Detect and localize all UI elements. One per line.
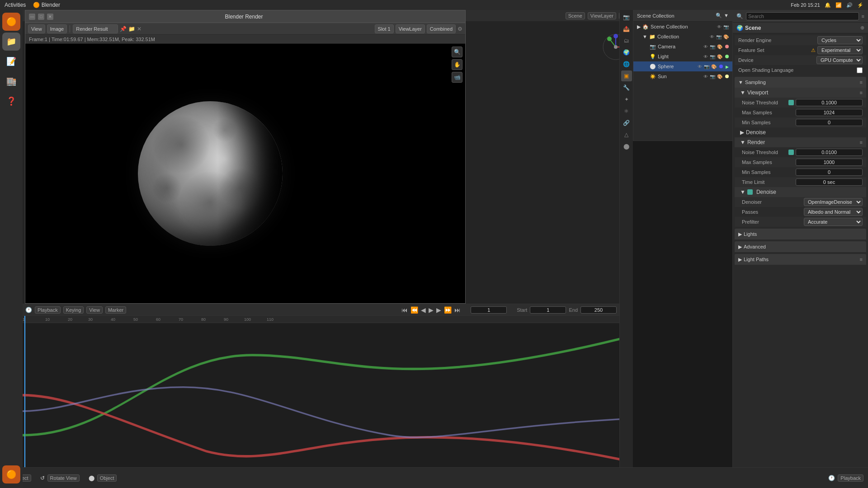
sphere-eye-icon[interactable]: 👁 bbox=[698, 64, 702, 69]
scene-new-icon[interactable]: ⊕ bbox=[860, 25, 864, 31]
sun-render-icon[interactable]: 🎨 bbox=[717, 74, 722, 79]
render-min-samples-input[interactable]: 0 bbox=[796, 169, 863, 176]
minimize-button[interactable]: — bbox=[29, 14, 35, 20]
object-props-icon[interactable]: ▣ bbox=[621, 70, 632, 81]
sampling-menu-icon[interactable]: ≡ bbox=[860, 80, 863, 85]
activities-label[interactable]: Activities bbox=[5, 2, 26, 8]
slot-selector[interactable]: Slot 1 bbox=[375, 24, 394, 33]
viewport-menu-icon[interactable]: ≡ bbox=[860, 90, 863, 95]
combined-selector[interactable]: Combined bbox=[427, 24, 456, 33]
view-menu-button[interactable]: View bbox=[28, 24, 45, 33]
open-shading-checkbox[interactable] bbox=[857, 67, 863, 73]
render-engine-dropdown[interactable]: Cycles EEVEE Workbench bbox=[817, 36, 863, 44]
world-props-icon[interactable]: 🌐 bbox=[621, 59, 632, 70]
power-icon[interactable]: ⚡ bbox=[857, 2, 863, 8]
camera-render-icon[interactable]: 🎨 bbox=[717, 44, 722, 49]
outliner-light[interactable]: 💡 Light 👁 📷 🎨 bbox=[633, 52, 732, 61]
output-props-icon[interactable]: 📤 bbox=[621, 23, 632, 34]
dock-blender2-icon[interactable]: 🟠 bbox=[2, 465, 20, 483]
time-limit-input[interactable]: 0 sec bbox=[796, 178, 863, 186]
denoiser-dropdown[interactable]: OpenImageDenoise OptiX bbox=[804, 198, 863, 206]
playback-btn[interactable]: Playback bbox=[35, 306, 61, 314]
alarm-icon[interactable]: 🔔 bbox=[825, 2, 831, 8]
props-collapse-icon[interactable]: ≡ bbox=[862, 14, 864, 19]
min-samples-input[interactable]: 0 bbox=[796, 119, 863, 126]
material-props-icon[interactable]: ⬤ bbox=[621, 141, 632, 152]
light-paths-header[interactable]: ▶ Light Paths ≡ bbox=[735, 254, 866, 265]
camera-tool-button[interactable]: 📹 bbox=[452, 72, 462, 83]
scene-collection-eye-icon[interactable]: 👁 bbox=[717, 24, 722, 29]
dock-help-icon[interactable]: ❓ bbox=[2, 92, 20, 110]
camera-cam-icon[interactable]: 📷 bbox=[710, 44, 715, 49]
outliner-collection[interactable]: ▼ 📁 Collection 👁 📷 🎨 bbox=[633, 32, 732, 42]
viewport-viewlayer-label[interactable]: ViewLayer bbox=[588, 12, 616, 19]
play-btn[interactable]: ▶ bbox=[429, 306, 434, 314]
jump-prev-btn[interactable]: ⏪ bbox=[410, 306, 418, 314]
dock-blender-icon[interactable]: 🟠 bbox=[2, 13, 20, 31]
image-menu-button[interactable]: Image bbox=[47, 24, 67, 33]
light-eye-icon[interactable]: 👁 bbox=[703, 54, 708, 59]
view-layer-props-icon[interactable]: 🗂 bbox=[621, 35, 632, 46]
passes-dropdown[interactable]: Albedo and Normal None bbox=[804, 208, 863, 216]
render-props-icon[interactable]: 📷 bbox=[621, 12, 632, 23]
dock-files-icon[interactable]: 📁 bbox=[2, 33, 20, 51]
prev-frame-btn[interactable]: ◀ bbox=[421, 306, 426, 314]
advanced-header[interactable]: ▶ Advanced bbox=[735, 241, 866, 252]
render-max-samples-input[interactable]: 1000 bbox=[796, 159, 863, 166]
light-cam-icon[interactable]: 📷 bbox=[710, 54, 715, 59]
sphere-cam-icon[interactable]: 📷 bbox=[704, 64, 709, 69]
view-layer-selector[interactable]: ViewLayer bbox=[396, 24, 425, 33]
jump-end-btn[interactable]: ⏭ bbox=[454, 306, 461, 314]
lights-header[interactable]: ▶ Lights bbox=[735, 229, 866, 239]
outliner-sun[interactable]: ☀️ Sun 👁 📷 🎨 bbox=[633, 71, 732, 81]
data-props-icon[interactable]: △ bbox=[621, 129, 632, 140]
camera-eye-icon[interactable]: 👁 bbox=[703, 44, 708, 49]
outliner-scene-collection[interactable]: ▶ 🏠 Scene Collection 👁 📷 bbox=[633, 22, 732, 32]
noise-threshold-checkbox[interactable] bbox=[788, 100, 794, 105]
outliner-camera[interactable]: 📷 Camera 👁 📷 🎨 bbox=[633, 42, 732, 52]
current-frame-input[interactable]: 1 bbox=[471, 306, 507, 314]
zoom-fit-button[interactable]: 🔍 bbox=[452, 47, 462, 57]
collection-cam-icon[interactable]: 📷 bbox=[716, 34, 722, 39]
sun-eye-icon[interactable]: 👁 bbox=[703, 74, 708, 79]
next-frame-btn[interactable]: ▶ bbox=[436, 306, 441, 314]
scene-collection-cam-icon[interactable]: 📷 bbox=[723, 24, 729, 29]
denoise-viewport-row[interactable]: ▶ Denoise bbox=[735, 127, 866, 137]
hand-tool-button[interactable]: ✋ bbox=[452, 59, 462, 70]
close-button[interactable]: ✕ bbox=[47, 14, 53, 20]
folder-icon[interactable]: 📁 bbox=[128, 26, 135, 32]
maximize-button[interactable]: □ bbox=[38, 14, 44, 20]
outliner-filter-icon[interactable]: ▼ bbox=[724, 13, 729, 19]
object-label[interactable]: Object bbox=[97, 474, 117, 482]
settings-icon[interactable]: ⚙ bbox=[458, 26, 462, 32]
sun-cam-icon[interactable]: 📷 bbox=[710, 74, 715, 79]
props-search-input[interactable] bbox=[746, 12, 859, 20]
pin-icon[interactable]: 📌 bbox=[120, 26, 127, 32]
viewport-row[interactable]: ▼ Viewport ≡ bbox=[735, 88, 866, 98]
keying-btn[interactable]: Keying bbox=[63, 306, 84, 314]
constraints-props-icon[interactable]: 🔗 bbox=[621, 117, 632, 128]
modifier-props-icon[interactable]: 🔧 bbox=[621, 82, 632, 93]
render-noise-threshold-checkbox[interactable] bbox=[788, 150, 794, 155]
device-dropdown[interactable]: GPU Compute CPU bbox=[816, 56, 863, 64]
particles-props-icon[interactable]: ✦ bbox=[621, 94, 632, 105]
start-frame-input[interactable]: 1 bbox=[530, 306, 566, 314]
outliner-search-icon[interactable]: 🔍 bbox=[716, 13, 722, 19]
prefilter-dropdown[interactable]: Accurate Fast None bbox=[804, 218, 863, 226]
close-icon[interactable]: ✕ bbox=[137, 26, 142, 32]
dock-notepad-icon[interactable]: 📝 bbox=[2, 52, 20, 70]
physics-props-icon[interactable]: ⚛ bbox=[621, 106, 632, 117]
render-sub-row[interactable]: ▼ Render ≡ bbox=[735, 137, 866, 147]
dock-store-icon[interactable]: 🏬 bbox=[2, 72, 20, 90]
viewport-scene-label[interactable]: Scene bbox=[566, 12, 585, 19]
max-samples-input[interactable]: 1024 bbox=[796, 109, 863, 116]
render-sub-menu-icon[interactable]: ≡ bbox=[860, 140, 863, 145]
marker-btn[interactable]: Marker bbox=[105, 306, 126, 314]
render-denoise-checkbox[interactable] bbox=[747, 189, 753, 195]
sampling-header[interactable]: ▼ Sampling ≡ bbox=[735, 77, 866, 88]
scene-props-icon[interactable]: 🌍 bbox=[621, 47, 632, 58]
render-result-button[interactable]: Render Result bbox=[73, 24, 118, 33]
render-noise-threshold-input[interactable]: 0.0100 bbox=[796, 149, 863, 156]
rotate-view-label[interactable]: Rotate View bbox=[47, 474, 80, 482]
collection-render-icon[interactable]: 🎨 bbox=[723, 34, 729, 39]
